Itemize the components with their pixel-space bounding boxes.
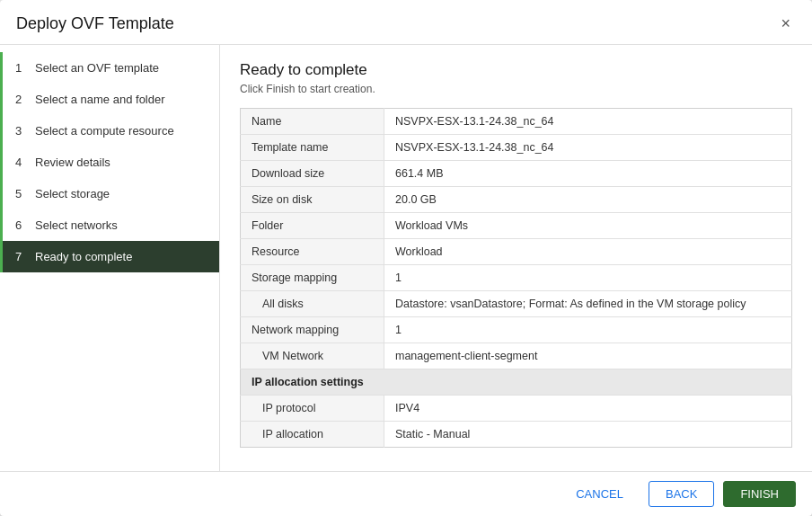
row-value: Datastore: vsanDatastore; Format: As def… <box>384 291 792 317</box>
step-number: 2 <box>15 93 28 106</box>
row-value: 1 <box>384 265 792 291</box>
table-row: IP allocation settings <box>241 369 792 396</box>
row-key: Folder <box>241 213 384 239</box>
row-key: VM Network <box>241 343 384 369</box>
row-key: Network mapping <box>241 317 384 343</box>
table-row: FolderWorkload VMs <box>241 213 792 239</box>
table-row: Storage mapping1 <box>241 265 792 291</box>
finish-button[interactable]: FINISH <box>723 481 796 507</box>
row-key: Name <box>241 109 384 135</box>
step-number: 6 <box>15 218 28 232</box>
row-key: Resource <box>241 239 384 265</box>
back-button[interactable]: BACK <box>649 481 714 507</box>
cancel-button[interactable]: CANCEL <box>560 482 640 506</box>
sidebar-item-ready[interactable]: 7Ready to complete <box>0 241 219 272</box>
step-number: 7 <box>15 250 28 263</box>
sidebar-item-review-details[interactable]: 4Review details <box>0 147 219 178</box>
row-value: NSVPX-ESX-13.1-24.38_nc_64 <box>384 109 792 135</box>
dialog-body: 1Select an OVF template2Select a name an… <box>0 45 812 471</box>
row-value: 1 <box>384 317 792 343</box>
step-number: 3 <box>15 124 28 138</box>
row-key: IP protocol <box>241 396 384 422</box>
row-value: Workload VMs <box>384 213 792 239</box>
table-row: IP protocolIPV4 <box>241 396 792 422</box>
table-row: VM Networkmanagement-client-segment <box>241 343 792 369</box>
row-value: 661.4 MB <box>384 161 792 187</box>
table-row: Network mapping1 <box>241 317 792 343</box>
sidebar: 1Select an OVF template2Select a name an… <box>0 45 220 471</box>
sidebar-item-select-storage[interactable]: 5Select storage <box>0 178 219 209</box>
step-number: 4 <box>15 156 28 169</box>
sidebar-item-select-compute[interactable]: 3Select a compute resource <box>0 115 219 147</box>
dialog-footer: CANCEL BACK FINISH <box>0 471 812 516</box>
table-row: ResourceWorkload <box>241 239 792 265</box>
sidebar-item-select-ovf[interactable]: 1Select an OVF template <box>0 52 219 84</box>
row-value: IPV4 <box>384 396 792 422</box>
sidebar-item-select-networks[interactable]: 6Select networks <box>0 209 219 241</box>
close-button[interactable]: × <box>775 13 796 35</box>
dialog-title: Deploy OVF Template <box>16 14 174 33</box>
main-title: Ready to complete <box>240 61 792 79</box>
sidebar-item-label: Select an OVF template <box>35 61 159 75</box>
sidebar-item-select-name[interactable]: 2Select a name and folder <box>0 84 219 115</box>
row-value: Workload <box>384 239 792 265</box>
sidebar-item-label: Ready to complete <box>35 250 132 263</box>
step-number: 5 <box>15 187 28 200</box>
row-key: Download size <box>241 161 384 187</box>
sidebar-item-label: Select a name and folder <box>35 93 165 106</box>
main-content: Ready to complete Click Finish to start … <box>220 45 812 471</box>
deploy-ovf-dialog: Deploy OVF Template × 1Select an OVF tem… <box>0 0 812 516</box>
row-key: Size on disk <box>241 187 384 213</box>
row-key: All disks <box>241 291 384 317</box>
sidebar-item-label: Select networks <box>35 218 118 232</box>
row-key: IP allocation <box>241 422 384 448</box>
row-value: 20.0 GB <box>384 187 792 213</box>
row-key: Template name <box>241 135 384 161</box>
dialog-header: Deploy OVF Template × <box>0 0 812 45</box>
table-row: NameNSVPX-ESX-13.1-24.38_nc_64 <box>241 109 792 135</box>
step-number: 1 <box>15 61 28 75</box>
table-row: IP allocationStatic - Manual <box>241 422 792 448</box>
main-subtitle: Click Finish to start creation. <box>240 83 792 95</box>
table-row: All disksDatastore: vsanDatastore; Forma… <box>241 291 792 317</box>
section-header-cell: IP allocation settings <box>241 369 792 396</box>
row-value: NSVPX-ESX-13.1-24.38_nc_64 <box>384 135 792 161</box>
sidebar-item-label: Review details <box>35 156 110 169</box>
summary-table: NameNSVPX-ESX-13.1-24.38_nc_64Template n… <box>240 108 792 448</box>
row-value: Static - Manual <box>384 422 792 448</box>
table-row: Download size661.4 MB <box>241 161 792 187</box>
sidebar-item-label: Select a compute resource <box>35 124 174 138</box>
row-key: Storage mapping <box>241 265 384 291</box>
row-value: management-client-segment <box>384 343 792 369</box>
sidebar-item-label: Select storage <box>35 187 110 200</box>
table-row: Template nameNSVPX-ESX-13.1-24.38_nc_64 <box>241 135 792 161</box>
table-row: Size on disk20.0 GB <box>241 187 792 213</box>
